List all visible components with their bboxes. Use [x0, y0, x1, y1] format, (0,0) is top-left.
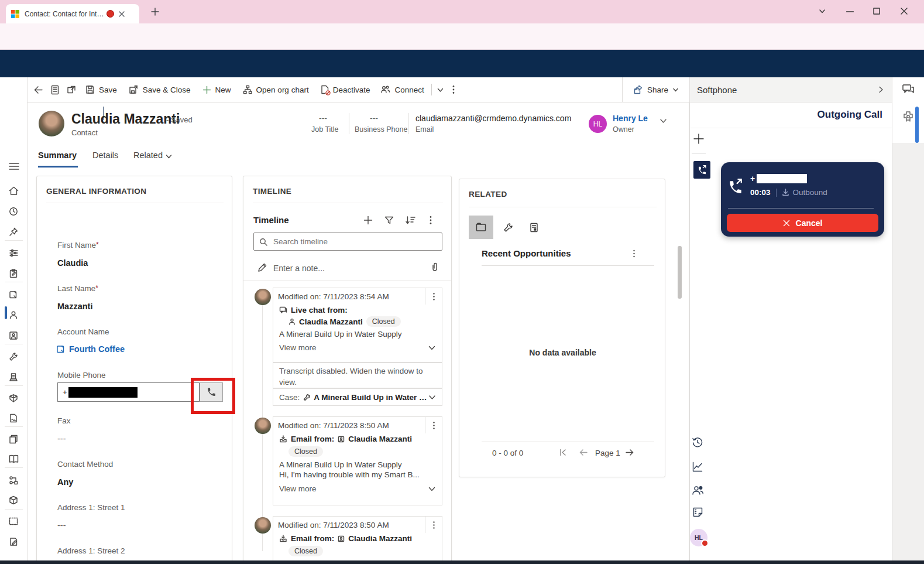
softphone-add-icon[interactable] [693, 133, 705, 145]
account-name-value[interactable]: Fourth Coffee [69, 344, 125, 354]
new-button[interactable]: New [202, 86, 231, 94]
timeline-entry[interactable]: Modified on: 7/11/2023 8:50 AM Email fro… [273, 516, 442, 564]
search-icon[interactable] [675, 108, 685, 118]
first-page-icon[interactable] [559, 448, 568, 457]
form-list-icon[interactable] [50, 85, 60, 95]
prev-page-icon[interactable] [579, 448, 588, 457]
main-scrollbar[interactable] [678, 246, 682, 299]
tab-summary[interactable]: Summary [38, 151, 77, 160]
save-and-close-button[interactable]: Save & Close [129, 85, 191, 94]
entry-overflow-icon[interactable] [425, 417, 442, 433]
owner-name[interactable]: Henry Le [613, 114, 648, 123]
fax-value[interactable]: --- [57, 434, 66, 443]
mobile-phone-input[interactable]: + [57, 382, 200, 402]
flows-icon[interactable] [9, 476, 18, 485]
case-chevron-icon[interactable] [428, 394, 436, 401]
knowledge-articles-icon[interactable] [9, 394, 18, 403]
dashboards-icon[interactable] [9, 248, 19, 258]
street1-value[interactable]: --- [57, 521, 66, 530]
book-icon[interactable] [9, 454, 19, 463]
cancel-call-button[interactable]: Cancel [727, 214, 878, 232]
popout-icon[interactable] [67, 85, 76, 94]
tab-details[interactable]: Details [92, 151, 118, 160]
timeline-entry[interactable]: Modified on: 7/11/2023 8:50 AM Email fro… [273, 416, 442, 505]
timeline-sort-icon[interactable] [406, 216, 415, 225]
extensions-puzzle-icon[interactable] [902, 110, 915, 123]
related-tab-entitlements[interactable] [521, 216, 546, 239]
next-page-icon[interactable] [625, 448, 634, 457]
timeline-add-icon[interactable] [363, 216, 373, 225]
call-contacts-icon[interactable] [692, 484, 705, 496]
new-tab-button[interactable] [151, 8, 159, 16]
page-back-icon[interactable] [33, 85, 43, 95]
copy-pages-icon[interactable] [9, 435, 18, 444]
save-button[interactable]: Save [85, 85, 117, 94]
contact-method-value[interactable]: Any [57, 477, 73, 487]
header-expand-chevron-icon[interactable] [659, 117, 668, 125]
timeline-overflow-icon[interactable] [430, 216, 432, 225]
home-icon[interactable] [9, 186, 19, 196]
related-tab-cases[interactable] [496, 216, 520, 239]
owner-avatar[interactable]: HL [589, 115, 607, 133]
activities-icon[interactable] [9, 269, 18, 278]
rail-scrollbar[interactable] [915, 107, 919, 143]
products-box-icon[interactable] [9, 495, 18, 505]
call-notes-icon[interactable] [692, 507, 703, 518]
share-button[interactable]: Share [622, 77, 689, 102]
site-menu-icon[interactable] [9, 162, 19, 170]
view-more-link[interactable]: View more [279, 343, 428, 352]
first-name-value[interactable]: Claudia [57, 258, 88, 268]
timeline-search-box[interactable] [253, 233, 442, 251]
timeline-search-input[interactable] [272, 237, 432, 247]
note-placeholder[interactable]: Enter a note... [273, 264, 325, 273]
cases-wrench-icon[interactable] [9, 352, 18, 361]
social-profiles-icon[interactable] [9, 331, 18, 340]
attach-paperclip-icon[interactable] [431, 262, 439, 272]
entry-person[interactable]: Claudia Mazzanti [348, 435, 412, 443]
expand-chevron-icon[interactable] [428, 344, 436, 352]
contacts-icon[interactable] [9, 310, 18, 320]
window-maximize-button[interactable] [873, 8, 880, 15]
email-value[interactable]: claudiamazzanti@crmdemo.dynamics.com [415, 114, 571, 123]
timeline-entry[interactable]: Modified on: 7/11/2023 8:54 AM Live chat… [273, 288, 442, 363]
softphone-collapse-icon[interactable] [877, 86, 885, 94]
entry-overflow-icon[interactable] [425, 288, 442, 305]
related-tab-opportunities[interactable] [469, 216, 493, 239]
active-call-tab[interactable] [693, 161, 710, 179]
recent-clock-icon[interactable] [9, 207, 18, 216]
open-org-chart-button[interactable]: Open org chart [243, 85, 309, 94]
command-overflow-icon[interactable] [452, 85, 455, 94]
timeline-filter-icon[interactable] [384, 216, 394, 225]
window-minimize-button[interactable] [846, 11, 854, 13]
call-history-icon[interactable] [692, 436, 703, 448]
agent-presence-avatar[interactable]: HL [690, 529, 707, 546]
case-title[interactable]: A Mineral Build Up in Water S... [314, 393, 428, 402]
accounts-icon[interactable] [9, 290, 18, 299]
window-close-button[interactable] [901, 8, 908, 15]
call-insights-icon[interactable] [692, 461, 703, 473]
contact-photo-avatar[interactable] [39, 111, 64, 136]
deactivate-button[interactable]: Deactivate [321, 85, 370, 94]
command-chevron-icon[interactable] [437, 86, 444, 94]
tab-close-icon[interactable] [119, 11, 125, 17]
conversations-icon[interactable] [902, 84, 915, 95]
view-more-link[interactable]: View more [279, 484, 428, 493]
entry-overflow-icon[interactable] [425, 517, 442, 533]
tab-related-chevron-icon[interactable] [165, 153, 173, 160]
timeline-case-row[interactable]: Case: A Mineral Build Up in Water S... [273, 388, 442, 406]
signatures-icon[interactable] [9, 413, 18, 423]
related-section-overflow-icon[interactable] [633, 249, 635, 258]
expand-chevron-icon[interactable] [428, 485, 436, 493]
drafts-edit-icon[interactable] [9, 537, 18, 546]
pinned-icon[interactable] [9, 227, 18, 237]
last-name-value[interactable]: Mazzanti [57, 302, 92, 311]
browser-tab[interactable]: Contact: Contact for Interact [6, 4, 139, 23]
entry-person[interactable]: Claudia Mazzanti [348, 534, 412, 543]
connect-button[interactable]: Connect [380, 85, 424, 94]
window-menu-chevron-icon[interactable] [818, 7, 826, 15]
queues-icon[interactable] [9, 372, 18, 382]
tab-related[interactable]: Related [133, 151, 163, 160]
entry-person[interactable]: Claudia Mazzanti [299, 317, 363, 326]
mailboxes-icon[interactable] [9, 517, 18, 525]
owner-label: Owner [613, 125, 634, 134]
